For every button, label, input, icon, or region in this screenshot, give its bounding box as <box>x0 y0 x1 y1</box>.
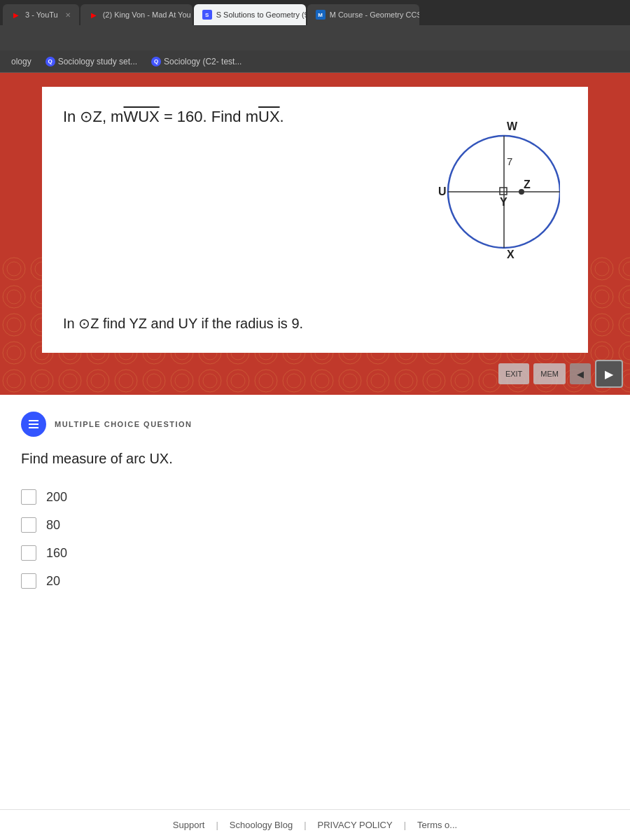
list-icon <box>27 418 40 430</box>
svg-rect-9 <box>29 424 38 425</box>
label-z: Z <box>524 178 531 190</box>
answer-text-1: 200 <box>46 490 67 505</box>
prev-button[interactable]: ◀ <box>570 363 591 384</box>
quizlet-icon2: Q <box>151 57 161 66</box>
answer-option-4[interactable]: 20 <box>21 573 609 589</box>
bookmark-ology[interactable]: ology <box>6 55 37 69</box>
answer-option-2[interactable]: 80 <box>21 517 609 533</box>
youtube-favicon2: ▶ <box>89 10 99 20</box>
tab-label2: (2) King Von - Mad At You ( <box>103 10 192 19</box>
browser-chrome: ▶ 3 - YouTu ✕ ▶ (2) King Von - Mad At Yo… <box>0 0 630 50</box>
mcq-header: MULTIPLE CHOICE QUESTION <box>21 412 609 437</box>
svg-rect-6 <box>500 188 507 195</box>
tab-youtube1[interactable]: ▶ 3 - YouTu ✕ <box>3 4 79 25</box>
bookmark-label-c2: Sociology (C2- test... <box>164 57 241 66</box>
label-y: Y <box>500 196 507 208</box>
mclass-favicon: M <box>316 10 326 20</box>
media-controls: EXIT MEM ◀ ▶ <box>498 360 623 388</box>
tab-youtube2[interactable]: ▶ (2) King Von - Mad At You ( ✕ <box>80 4 192 25</box>
svg-rect-8 <box>29 420 38 421</box>
tab-label3: S Solutions to Geometry (978007... <box>216 10 306 19</box>
mcq-label: MULTIPLE CHOICE QUESTION <box>55 420 192 428</box>
bookmarks-bar: ology Q Sociology study set... Q Sociolo… <box>0 50 630 73</box>
mcq-icon <box>21 412 46 437</box>
label-u: U <box>438 186 447 197</box>
arc-wux: WUX <box>123 108 159 125</box>
address-bar <box>0 25 630 50</box>
page-content: In ⊙Z, mWUX = 160. Find mUX. In ⊙Z find … <box>0 73 630 840</box>
tab-solutions[interactable]: S S Solutions to Geometry (978007... ✕ <box>194 4 306 25</box>
label-w: W <box>507 120 518 132</box>
question-text: Find measure of arc UX. <box>21 451 609 467</box>
footer-privacy[interactable]: PRIVACY POLICY <box>318 820 393 830</box>
footer-support[interactable]: Support <box>173 820 205 830</box>
footer-blog[interactable]: Schoology Blog <box>230 820 293 830</box>
youtube-favicon: ▶ <box>11 10 21 20</box>
label-7: 7 <box>507 155 512 167</box>
answer-checkbox-1[interactable] <box>21 489 36 505</box>
math-question-2: In ⊙Z find YZ and UY if the radius is 9. <box>63 315 399 332</box>
answer-text-2: 80 <box>46 518 60 533</box>
tab-label: 3 - YouTu <box>25 10 58 19</box>
solutions-favicon: S <box>202 10 212 20</box>
svg-rect-10 <box>29 427 38 428</box>
media-text-side: In ⊙Z, mWUX = 160. Find mUX. In ⊙Z find … <box>63 108 399 332</box>
bookmark-label-study: Sociology study set... <box>58 57 137 66</box>
tab-mclass[interactable]: M M Course - Geometry CCS... ✕ <box>307 4 419 25</box>
exit-button[interactable]: EXIT <box>498 363 529 384</box>
main-area: MULTIPLE CHOICE QUESTION Find measure of… <box>0 395 630 840</box>
bookmark-label-ology: ology <box>11 57 31 66</box>
media-content-card: In ⊙Z, mWUX = 160. Find mUX. In ⊙Z find … <box>42 87 588 353</box>
play-button[interactable]: ▶ <box>595 360 623 388</box>
question-area: MULTIPLE CHOICE QUESTION Find measure of… <box>0 395 630 809</box>
tab-close-btn[interactable]: ✕ <box>65 11 71 19</box>
diagram-side: W U Y Z X 7 <box>413 108 567 332</box>
media-container: In ⊙Z, mWUX = 160. Find mUX. In ⊙Z find … <box>0 73 630 395</box>
answer-checkbox-3[interactable] <box>21 545 36 561</box>
footer-terms[interactable]: Terms o... <box>417 820 457 830</box>
answer-text-3: 160 <box>46 546 67 561</box>
answer-options: 200 80 160 20 <box>21 489 609 589</box>
bookmark-sociology-study[interactable]: Q Sociology study set... <box>40 55 143 69</box>
arc-ux: UX <box>258 108 280 125</box>
label-x: X <box>507 248 514 260</box>
page-footer: Support | Schoology Blog | PRIVACY POLIC… <box>0 809 630 840</box>
media-inner: In ⊙Z, mWUX = 160. Find mUX. In ⊙Z find … <box>0 73 630 395</box>
answer-option-1[interactable]: 200 <box>21 489 609 505</box>
answer-checkbox-4[interactable] <box>21 573 36 589</box>
answer-checkbox-2[interactable] <box>21 517 36 533</box>
tab-label4: M Course - Geometry CCS... <box>330 10 419 19</box>
bookmark-sociology-c2[interactable]: Q Sociology (C2- test... <box>146 55 247 69</box>
answer-option-3[interactable]: 160 <box>21 545 609 561</box>
quizlet-icon1: Q <box>46 57 55 66</box>
math-question-1: In ⊙Z, mWUX = 160. Find mUX. <box>63 108 399 126</box>
answer-text-4: 20 <box>46 574 60 589</box>
geometry-diagram: W U Y Z X 7 <box>413 108 560 262</box>
tabs-bar: ▶ 3 - YouTu ✕ ▶ (2) King Von - Mad At Yo… <box>0 0 630 25</box>
menu-button[interactable]: MEM <box>533 363 566 384</box>
